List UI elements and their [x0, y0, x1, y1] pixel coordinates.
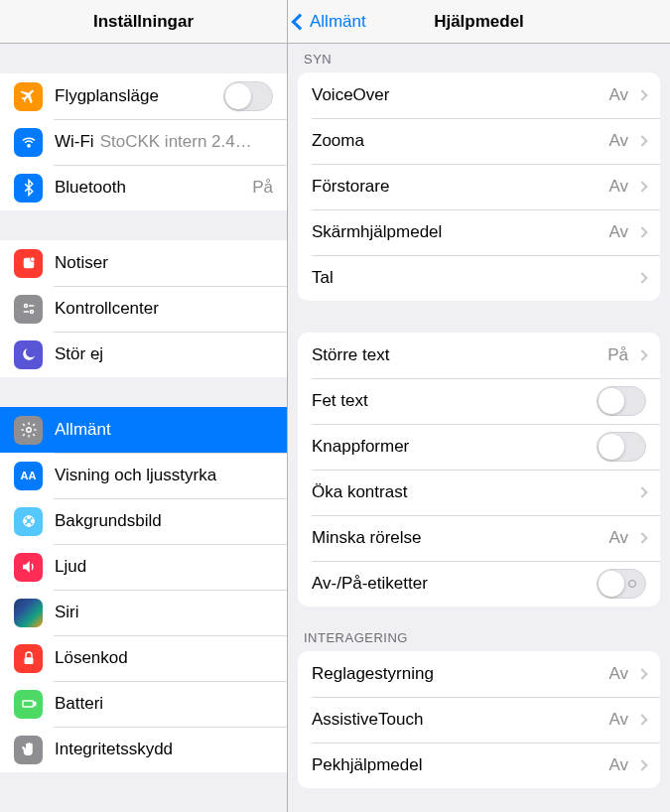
row-value: På: [607, 345, 628, 365]
svg-point-5: [30, 311, 33, 314]
row-label: VoiceOver: [312, 85, 601, 105]
row-onoff-labels[interactable]: Av-/På-etiketter: [298, 561, 660, 607]
row-zoom[interactable]: Zooma Av: [298, 118, 660, 164]
row-assistivetouch[interactable]: AssistiveTouch Av: [298, 697, 660, 743]
row-value: Av: [608, 222, 628, 242]
row-larger-text[interactable]: Större text På: [298, 333, 660, 378]
row-value: Av: [608, 85, 628, 105]
sidebar-item-wallpaper[interactable]: Bakgrundsbild: [0, 498, 287, 544]
sidebar-item-battery[interactable]: Batteri: [0, 681, 287, 727]
sidebar-label: Stör ej: [55, 344, 273, 364]
bluetooth-icon: [14, 174, 43, 203]
sidebar-label: Kontrollcenter: [55, 299, 273, 319]
chevron-right-icon: [636, 714, 647, 725]
row-label: Förstorare: [312, 177, 601, 197]
sidebar-label: Notiser: [55, 253, 273, 273]
row-label: Reglagestyrning: [312, 664, 601, 684]
row-button-shapes[interactable]: Knappformer: [298, 424, 660, 470]
spacer: [0, 44, 287, 73]
row-label: Zooma: [312, 131, 601, 151]
row-label: Minska rörelse: [312, 528, 601, 548]
moon-icon: [14, 340, 43, 369]
svg-rect-15: [34, 703, 36, 706]
wifi-detail: StoCKK intern 2.4…: [100, 132, 273, 152]
display-icon: AA: [14, 462, 43, 490]
sidebar-label: Bluetooth: [55, 178, 244, 198]
row-voiceover[interactable]: VoiceOver Av: [298, 72, 660, 118]
notifications-icon: [14, 249, 43, 278]
bluetooth-value: På: [252, 178, 273, 198]
row-label: AssistiveTouch: [312, 710, 601, 730]
wallpaper-icon: [14, 507, 43, 536]
row-label: Tal: [312, 268, 628, 288]
sidebar-item-siri[interactable]: Siri: [0, 590, 287, 635]
row-label: Skärmhjälpmedel: [312, 222, 601, 242]
row-value: Av: [608, 131, 628, 151]
row-speech[interactable]: Tal: [298, 255, 660, 301]
detail-group-interaction: Reglagestyrning Av AssistiveTouch Av Pek…: [298, 651, 660, 788]
gear-icon: [14, 416, 43, 445]
sidebar-item-sound[interactable]: Ljud: [0, 544, 287, 590]
split-view: Inställningar Flygplansläge Wi-Fi: [0, 0, 670, 812]
svg-rect-13: [24, 657, 33, 664]
master-navbar: Inställningar: [0, 0, 287, 44]
siri-icon: [14, 599, 43, 627]
spacer: [288, 301, 670, 333]
sidebar-item-notifications[interactable]: Notiser: [0, 240, 287, 286]
chevron-right-icon: [636, 135, 647, 146]
row-increase-contrast[interactable]: Öka kontrast: [298, 470, 660, 515]
sidebar-label: Allmänt: [55, 420, 273, 440]
sidebar-label: Wi-Fi: [55, 132, 94, 152]
sidebar-item-privacy[interactable]: Integritetsskydd: [0, 727, 287, 772]
chevron-right-icon: [636, 532, 647, 543]
svg-point-10: [31, 520, 34, 523]
sidebar-label: Siri: [55, 603, 273, 622]
master-scroll[interactable]: Flygplansläge Wi-Fi StoCKK intern 2.4… B…: [0, 44, 287, 812]
sidebar-label: Integritetsskydd: [55, 740, 273, 759]
spacer: [0, 377, 287, 407]
sidebar-label: Visning och ljusstyrka: [55, 466, 273, 485]
back-button[interactable]: Allmänt: [294, 12, 366, 32]
svg-point-12: [23, 520, 26, 523]
sidebar-item-airplane[interactable]: Flygplansläge: [0, 73, 287, 119]
sidebar-label: Ljud: [55, 557, 273, 577]
chevron-left-icon: [292, 13, 309, 30]
spacer: [0, 210, 287, 240]
row-reduce-motion[interactable]: Minska rörelse Av: [298, 515, 660, 561]
speaker-icon: [14, 553, 43, 582]
row-display-acc[interactable]: Skärmhjälpmedel Av: [298, 209, 660, 255]
detail-scroll[interactable]: SYN VoiceOver Av Zooma Av Förstorare Av: [288, 44, 670, 812]
sidebar-item-display[interactable]: AA Visning och ljusstyrka: [0, 453, 287, 498]
svg-rect-14: [23, 701, 34, 707]
row-label: Öka kontrast: [312, 482, 628, 502]
row-touch-acc[interactable]: Pekhjälpmedel Av: [298, 743, 660, 788]
row-value: Av: [608, 528, 628, 548]
master-group-general: Allmänt AA Visning och ljusstyrka Bakgru…: [0, 407, 287, 772]
sidebar-item-passcode[interactable]: Lösenkod: [0, 635, 287, 681]
chevron-right-icon: [636, 272, 647, 283]
sidebar-item-controlcenter[interactable]: Kontrollcenter: [0, 286, 287, 332]
sidebar-item-general[interactable]: Allmänt: [0, 407, 287, 453]
chevron-right-icon: [636, 668, 647, 679]
svg-point-7: [26, 428, 31, 433]
row-label: Större text: [312, 345, 600, 365]
chevron-right-icon: [636, 486, 647, 497]
sidebar-item-dnd[interactable]: Stör ej: [0, 332, 287, 377]
row-bold-text[interactable]: Fet text: [298, 378, 660, 424]
sidebar-item-bluetooth[interactable]: Bluetooth På: [0, 165, 287, 210]
row-label: Fet text: [312, 391, 597, 411]
sidebar-item-wifi[interactable]: Wi-Fi StoCKK intern 2.4…: [0, 119, 287, 165]
sidebar-label: Bakgrundsbild: [55, 511, 273, 531]
row-magnifier[interactable]: Förstorare Av: [298, 164, 660, 209]
master-title: Inställningar: [93, 12, 194, 32]
airplane-icon: [14, 82, 43, 111]
row-value: Av: [608, 177, 628, 197]
bold-text-switch[interactable]: [597, 386, 646, 416]
battery-icon: [14, 690, 43, 719]
row-switch-control[interactable]: Reglagestyrning Av: [298, 651, 660, 697]
detail-title: Hjälpmedel: [434, 12, 524, 32]
button-shapes-switch[interactable]: [597, 432, 646, 462]
onoff-labels-switch[interactable]: [597, 569, 646, 599]
wifi-icon: [14, 128, 43, 157]
airplane-switch[interactable]: [223, 81, 273, 111]
